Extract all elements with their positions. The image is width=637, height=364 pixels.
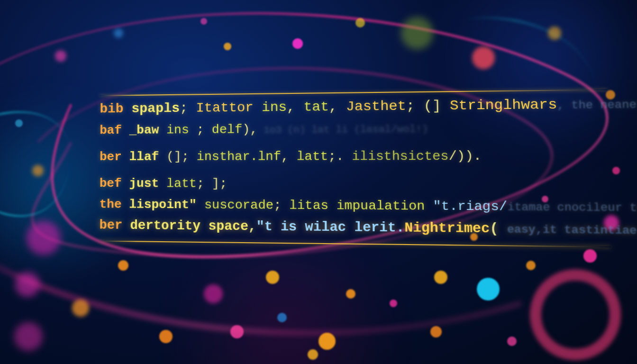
bokeh-dot <box>308 349 318 360</box>
bokeh-dot <box>430 326 442 337</box>
code-line: ber llaf (]; insthar.lnf, latt;. ilisths… <box>100 149 609 163</box>
code-line: the lispoint" suscorade; litas impualati… <box>100 198 610 214</box>
code-token: ;. <box>328 149 352 164</box>
code-token: litas <box>289 198 328 213</box>
bokeh-dot <box>401 17 433 49</box>
code-token: latt <box>297 149 328 164</box>
code-token <box>122 176 129 191</box>
bokeh-dot <box>15 272 40 297</box>
code-token <box>197 198 204 212</box>
bokeh-dot <box>355 18 365 27</box>
code-token: itamae cnocileur teast, <box>507 201 637 215</box>
code-token: tat <box>303 99 329 114</box>
code-token: ; (] <box>406 98 450 114</box>
code-token: Stringlhwars <box>450 97 557 113</box>
code-token: , <box>248 219 256 234</box>
code-token: spapls <box>131 101 180 116</box>
bokeh-dot <box>204 284 223 303</box>
bokeh-dot <box>72 300 89 317</box>
code-token: ilisthsictes <box>352 149 449 164</box>
bokeh-dot <box>14 322 43 351</box>
code-token: ), <box>242 122 258 137</box>
code-token: /)). <box>448 149 482 164</box>
code-token: "t.riags/ <box>433 199 507 214</box>
code-line: ber dertority space,"t is wilac lerit.Ni… <box>100 219 611 237</box>
bokeh-dot <box>266 271 279 284</box>
code-token <box>254 100 262 115</box>
bokeh-dot <box>612 167 620 174</box>
code-token: baf <box>100 123 122 137</box>
code-token: ber <box>100 218 123 233</box>
bokeh-dot <box>346 289 355 299</box>
code-token <box>425 199 433 214</box>
bokeh-dot <box>472 46 495 69</box>
code-token <box>122 150 129 164</box>
code-token: latt <box>166 176 197 191</box>
bokeh-dot <box>114 28 123 38</box>
code-token: impualation <box>337 198 425 214</box>
code-token: 1o3 (n) lat li (lasal/wol!) <box>258 124 428 136</box>
code-block: bib spapls; Itattor ins, tat, Jasthet; (… <box>99 89 610 247</box>
code-line: bib spapls; Itattor ins, tat, Jasthet; (… <box>100 97 608 116</box>
bokeh-dot <box>224 43 231 50</box>
bokeh-ring <box>530 269 621 360</box>
bokeh-dot <box>318 333 336 350</box>
code-token: lispoint" <box>129 197 197 212</box>
bokeh-dot <box>200 18 207 25</box>
bokeh-dot <box>434 271 447 284</box>
bokeh-dot <box>390 300 397 307</box>
bokeh-dot <box>230 325 244 338</box>
code-token: dertority space <box>130 218 248 234</box>
code-token: ins <box>166 123 189 137</box>
bg-glow <box>142 237 427 364</box>
bokeh-dot <box>548 27 561 40</box>
code-token <box>159 176 166 191</box>
code-token: , the neanet, intfarne, <box>557 98 637 112</box>
code-token: insthar.lnf <box>197 149 281 164</box>
code-token: ber <box>100 150 122 164</box>
code-token: ; <box>273 198 289 213</box>
bokeh-dot <box>526 261 536 270</box>
code-token: bef <box>100 176 122 191</box>
bokeh-dot <box>118 260 128 271</box>
code-token: the <box>100 197 122 211</box>
code-token: , <box>281 149 297 164</box>
bokeh-dot <box>32 165 44 176</box>
code-token: delf <box>212 122 243 137</box>
bokeh-dot <box>507 337 517 346</box>
bokeh-dot <box>292 38 303 49</box>
code-token: (]; <box>159 149 197 164</box>
code-token: Itattor <box>196 100 253 116</box>
code-token: ; ]; <box>197 176 227 191</box>
bokeh-dot <box>27 221 61 255</box>
bokeh-dot <box>277 313 287 322</box>
code-token: ins <box>262 100 287 115</box>
code-token: , <box>287 100 304 115</box>
code-token: ; <box>180 100 196 116</box>
code-line: bef just latt; ]; <box>100 177 610 191</box>
bokeh-dot <box>477 278 500 300</box>
code-token <box>159 123 166 137</box>
code-token <box>124 101 132 116</box>
code-token: suscorade <box>204 198 273 213</box>
bokeh-dot <box>583 249 597 263</box>
code-token: ; <box>189 123 212 137</box>
code-token: Jasthet <box>346 99 406 114</box>
code-token: Nightrimec <box>404 220 490 236</box>
code-token <box>328 198 337 213</box>
code-token: just <box>129 176 159 191</box>
bokeh-dot <box>159 330 173 343</box>
code-token: easy,it tastintiae stnent <box>507 223 637 238</box>
code-token <box>121 197 129 211</box>
code-token: , <box>329 99 346 114</box>
code-token: "t is wilac lerit. <box>256 219 405 236</box>
code-line: baf _baw ins ; delf), 1o3 (n) lat li (la… <box>100 121 608 136</box>
code-token <box>122 218 130 233</box>
code-token: _baw <box>129 123 159 137</box>
bokeh-dot <box>55 50 66 62</box>
code-token: ( <box>490 221 507 237</box>
code-token: bib <box>100 101 123 116</box>
rule-bottom <box>99 240 610 247</box>
code-token: llaf <box>129 150 159 164</box>
bokeh-dot <box>15 119 23 127</box>
